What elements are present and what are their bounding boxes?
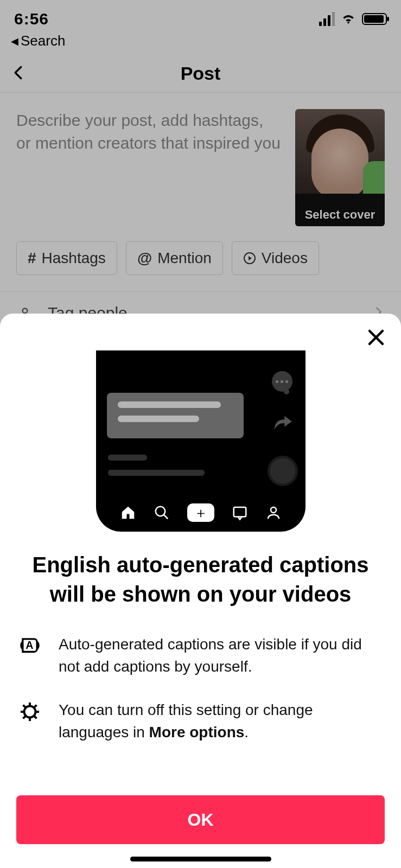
info-list: A Auto-generated captions are visible if… bbox=[16, 634, 385, 743]
illustration-tabbar: ＋ bbox=[96, 503, 305, 522]
svg-point-2 bbox=[155, 507, 165, 516]
captions-info-sheet: ＋ English auto-generated captions will b… bbox=[0, 314, 401, 868]
close-icon bbox=[366, 328, 386, 347]
caption-placeholder-box bbox=[107, 393, 244, 438]
sheet-title: English auto-generated captions will be … bbox=[16, 550, 385, 609]
svg-point-4 bbox=[271, 507, 276, 513]
info-item-captions: A Auto-generated captions are visible if… bbox=[17, 634, 384, 678]
info-text-2: You can turn off this setting or change … bbox=[59, 699, 384, 743]
profile-icon bbox=[265, 505, 282, 521]
screen: 6:56 ◀ Search Post Describe your post, a… bbox=[0, 0, 401, 868]
comment-bubble-icon bbox=[272, 371, 292, 392]
close-button[interactable] bbox=[366, 328, 386, 349]
search-icon bbox=[154, 505, 170, 521]
ok-button[interactable]: OK bbox=[16, 795, 385, 844]
captions-icon: A bbox=[17, 634, 42, 658]
create-plus-icon: ＋ bbox=[187, 503, 214, 522]
illustration: ＋ bbox=[16, 350, 385, 532]
info-text-1: Auto-generated captions are visible if y… bbox=[59, 634, 384, 678]
info-item-settings: You can turn off this setting or change … bbox=[17, 699, 384, 743]
share-arrow-icon bbox=[272, 412, 294, 436]
svg-rect-3 bbox=[233, 507, 246, 517]
svg-point-6 bbox=[24, 706, 36, 718]
gear-icon bbox=[17, 699, 42, 723]
home-indicator[interactable] bbox=[130, 857, 271, 861]
inbox-icon bbox=[232, 505, 248, 521]
svg-text:A: A bbox=[26, 639, 33, 651]
home-icon bbox=[120, 505, 136, 521]
record-circle-icon bbox=[268, 456, 298, 486]
ok-button-label: OK bbox=[188, 810, 214, 830]
